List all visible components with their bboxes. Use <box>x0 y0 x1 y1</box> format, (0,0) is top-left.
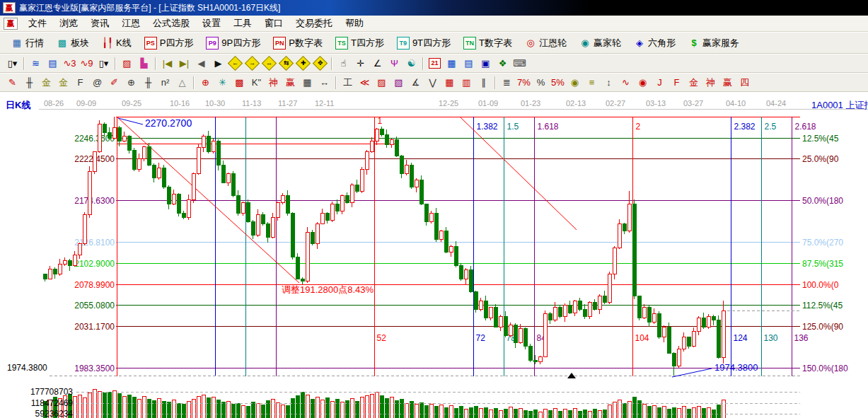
market-quotes-button[interactable]: ▦行情 <box>6 35 50 52</box>
shen-angle-button[interactable]: 神 <box>702 74 719 91</box>
mirror-angle-button[interactable]: △ <box>174 74 190 91</box>
red-target-button[interactable]: ⊕ <box>197 74 214 91</box>
p-square-button[interactable]: PSP四方形 <box>139 35 199 52</box>
zoom-right-button[interactable]: → <box>244 55 260 71</box>
menu-item-浏览[interactable]: 浏览 <box>53 16 84 30</box>
draw-pencil-button[interactable]: ✎ <box>4 74 21 91</box>
angle-lines-button[interactable]: ∡ <box>407 74 424 91</box>
zoom-in-all-button[interactable]: ✚ <box>295 55 311 71</box>
time-comb-2-button[interactable]: ╫ <box>140 74 156 91</box>
kline-button[interactable]: ╽╿K线 <box>96 35 137 52</box>
zoom-left-button[interactable]: ← <box>227 55 243 71</box>
gold-comb-1-button[interactable]: 金 <box>38 74 54 91</box>
span-arrows-button[interactable]: ↔ <box>316 74 332 91</box>
updown-pin-button[interactable]: ↕ <box>601 74 617 91</box>
v-lines-button[interactable]: ⋁ <box>424 74 441 91</box>
gann-web-button[interactable]: ✳ <box>214 74 231 91</box>
svg-text:02-13: 02-13 <box>566 99 586 108</box>
si-angle-button[interactable]: 四 <box>736 74 753 91</box>
marked-chart-button[interactable]: ▨ <box>119 55 135 71</box>
minute-chart-9-button[interactable]: ∿9 <box>79 55 95 71</box>
candle-style-dropdown-button[interactable]: ▯▾ <box>96 55 112 71</box>
p-number-table-button[interactable]: PNP数字表 <box>267 35 328 52</box>
hand-tool-button[interactable]: ☝ <box>335 55 352 71</box>
hexagon-button[interactable]: ◈六角形 <box>628 35 681 52</box>
crosshair-tool-button[interactable]: ✛ <box>352 55 369 71</box>
brain-analysis-button[interactable]: ☯ <box>403 55 419 71</box>
gann-web-2-button[interactable]: ▩ <box>231 74 248 91</box>
kline-chart[interactable]: 08-2609-0909-2510-1610-3011-1311-2712-11… <box>0 92 868 418</box>
parallel-lines-button[interactable]: ∥ <box>475 74 492 91</box>
fan-lines-red-button[interactable]: ≪ <box>357 74 373 91</box>
quote-list-button[interactable]: ▤ <box>45 55 61 71</box>
zoom-swap-button[interactable]: ⇆ <box>278 55 294 71</box>
menu-item-资讯[interactable]: 资讯 <box>84 16 115 30</box>
price-histogram-button[interactable]: ▙ <box>136 55 152 71</box>
gold-circle-button[interactable]: ◉ <box>567 74 583 91</box>
percent-button[interactable]: % <box>533 74 549 91</box>
menu-item-文件[interactable]: 文件 <box>22 16 53 30</box>
ying-angle-button[interactable]: 赢 <box>719 74 736 91</box>
winner-service-button[interactable]: $赢家服务 <box>683 35 745 52</box>
minute-chart-3-button[interactable]: ∿3 <box>62 55 78 71</box>
remote-computer-button[interactable]: ⌨ <box>511 55 528 71</box>
zoom-horizontal-button[interactable]: ↔ <box>261 55 277 71</box>
menu-item-帮助[interactable]: 帮助 <box>339 16 370 30</box>
angle-measure-tool-button[interactable]: ∠ <box>369 55 386 71</box>
n-squared-button[interactable]: n² <box>157 74 173 91</box>
notepad-button[interactable]: ▤ <box>461 55 477 71</box>
nav-last-button[interactable]: ▶| <box>176 55 192 71</box>
menu-item-设置[interactable]: 设置 <box>196 16 227 30</box>
scale-ratio-button[interactable]: ≣ <box>499 74 515 91</box>
trend-scribble-button[interactable]: ≋ <box>28 55 44 71</box>
sectors-label: 板块 <box>71 37 89 50</box>
nav-first-button[interactable]: |◀ <box>159 55 175 71</box>
dense-grid-button[interactable]: ▦ <box>441 74 458 91</box>
t-square-button[interactable]: TST四方形 <box>330 35 390 52</box>
calculator-button[interactable]: ▦ <box>444 55 460 71</box>
time-comb-button[interactable]: ╫ <box>21 74 37 91</box>
f-angle-button[interactable]: F <box>669 74 685 91</box>
zoom-left-icon: ← <box>228 56 243 71</box>
network-button[interactable]: ❖ <box>494 55 511 71</box>
circle-cycle-button[interactable]: ⊕ <box>123 74 139 91</box>
fan-box-button[interactable]: ▨ <box>374 74 390 91</box>
fibonacci-comb-button[interactable]: F <box>72 74 88 91</box>
menu-item-江恩[interactable]: 江恩 <box>115 16 146 30</box>
nav-prev-button[interactable]: ◀ <box>193 55 209 71</box>
shen-comb-button[interactable]: 神 <box>265 74 282 91</box>
spiral-button[interactable]: @ <box>89 74 105 91</box>
nav-next-button[interactable]: ▶ <box>210 55 226 71</box>
menu-item-公式选股[interactable]: 公式选股 <box>146 16 196 30</box>
seven-percent-button[interactable]: 7% <box>516 74 532 91</box>
wave-band-button[interactable]: ∿ <box>618 74 634 91</box>
9p-square-button[interactable]: P99P四方形 <box>200 35 266 52</box>
9t-square-button[interactable]: T99T四方形 <box>391 35 456 52</box>
five-percent-button[interactable]: 5% <box>550 74 566 91</box>
fan-box-2-button[interactable]: ▧ <box>390 74 407 91</box>
period-candle-dropdown-button[interactable]: ▯▾ <box>4 55 21 71</box>
beam-tool-button[interactable]: 工 <box>340 74 356 91</box>
t-number-table-button[interactable]: TNT数字表 <box>458 35 518 52</box>
flower-tool-button[interactable]: Ψ <box>386 55 403 71</box>
chart-area[interactable]: 08-2609-0909-2510-1610-3011-1311-2712-11… <box>0 92 868 418</box>
menu-item-窗口[interactable]: 窗口 <box>258 16 289 30</box>
save-button[interactable]: ▣ <box>478 55 494 71</box>
menu-item-交易委托[interactable]: 交易委托 <box>289 16 339 30</box>
gann-wheel-button[interactable]: ◎江恩轮 <box>519 35 572 52</box>
gold-angle-button[interactable]: 金 <box>685 74 702 91</box>
gold-comb-2-button[interactable]: 金 <box>55 74 71 91</box>
calendar-button[interactable]: 21 <box>427 55 443 71</box>
grid-123-button[interactable]: ▦ <box>299 74 316 91</box>
dense-grid-2-button[interactable]: ▥ <box>458 74 475 91</box>
j-angle-button[interactable]: J <box>652 74 668 91</box>
winner-wheel-button[interactable]: ◉赢家轮 <box>574 35 627 52</box>
gold-red-button[interactable]: ◉ <box>635 74 651 91</box>
gold-lines-button[interactable]: ≡ <box>584 74 600 91</box>
ying-comb-button[interactable]: 赢 <box>282 74 299 91</box>
k-quote-button[interactable]: K" <box>248 74 265 91</box>
zoom-out-all-button[interactable]: ✥ <box>312 55 328 71</box>
pencil-ruler-button[interactable]: ✐ <box>106 74 122 91</box>
menu-item-工具[interactable]: 工具 <box>227 16 258 30</box>
sectors-button[interactable]: ▩板块 <box>51 35 95 52</box>
